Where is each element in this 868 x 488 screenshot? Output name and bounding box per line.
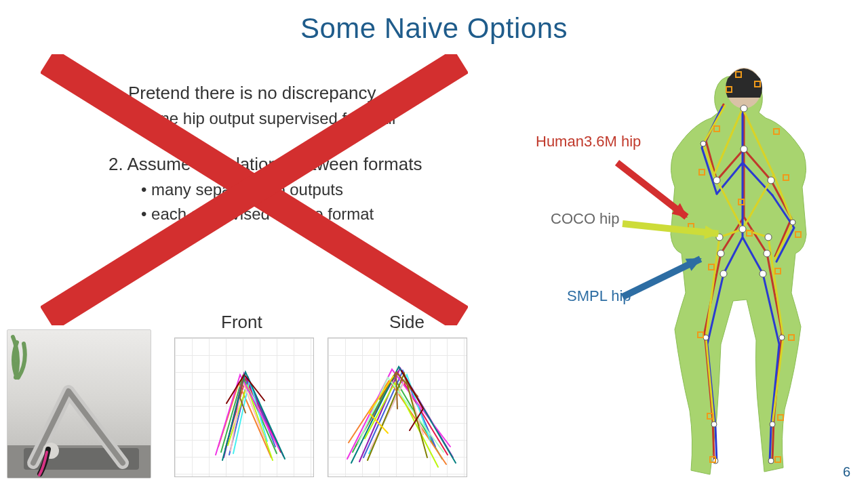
slide-title: Some Naive Options <box>0 12 868 45</box>
annotation-human36m: Human3.6M hip <box>536 133 641 150</box>
svg-point-23 <box>701 141 706 146</box>
svg-point-14 <box>765 234 772 241</box>
svg-point-10 <box>764 250 770 257</box>
option-2-heading: 2. Assume no relations between formats <box>108 151 488 178</box>
svg-point-22 <box>768 458 774 464</box>
svg-point-8 <box>739 226 746 232</box>
option-1-heading: 1. Pretend there is no discrepancy <box>108 80 488 106</box>
svg-point-20 <box>770 422 775 427</box>
svg-point-11 <box>720 270 727 277</box>
svg-point-18 <box>779 335 785 340</box>
svg-point-9 <box>717 250 724 257</box>
option-2-sub2: • each supervised by one format <box>141 202 488 226</box>
svg-point-12 <box>760 270 766 277</box>
svg-point-16 <box>768 177 774 184</box>
skeleton-plot-side <box>328 338 467 477</box>
skeleton-plot-front <box>174 338 314 477</box>
annotation-smpl: SMPL hip <box>567 287 631 305</box>
options-list: 1. Pretend there is no discrepancy • one… <box>108 80 488 226</box>
svg-point-15 <box>713 177 720 184</box>
svg-point-6 <box>741 105 747 112</box>
option-1-sub: • one hip output supervised from all <box>141 106 488 131</box>
svg-point-24 <box>790 220 795 225</box>
slide: Some Naive Options 1. Pretend there is n… <box>0 0 868 488</box>
annotation-coco: COCO hip <box>551 210 619 228</box>
plot-label-side: Side <box>389 312 425 333</box>
svg-point-17 <box>703 335 709 340</box>
option-2-sub1: • many separate hip outputs <box>141 178 488 202</box>
svg-point-7 <box>741 146 747 152</box>
svg-point-19 <box>711 422 717 427</box>
example-photo <box>7 329 151 479</box>
plot-label-front: Front <box>221 312 262 333</box>
page-number: 6 <box>843 464 850 480</box>
